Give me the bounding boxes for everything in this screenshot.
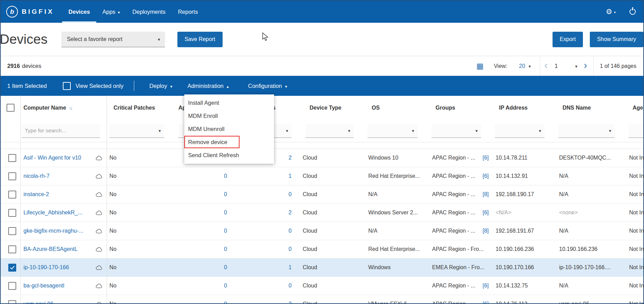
applicable-patches-link[interactable]: 0 — [224, 301, 227, 304]
deployments-link[interactable]: 0 — [289, 228, 292, 234]
settings-menu-button[interactable] — [606, 8, 616, 16]
save-report-button[interactable]: Save Report — [177, 32, 223, 47]
table-row[interactable]: gke-bigfix-mcm-raghu-...No00CloudN/AAPAC… — [1, 222, 643, 240]
sort-icon[interactable] — [69, 105, 72, 111]
computer-name-link[interactable]: gke-bigfix-mcm-raghu-... — [23, 228, 83, 234]
applicable-patches-link[interactable]: 0 — [224, 210, 227, 216]
deployments-link[interactable]: 2 — [289, 301, 292, 304]
nav-tab-deployments[interactable]: Deployments — [126, 1, 172, 23]
nav-tab-reports[interactable]: Reports — [172, 1, 204, 23]
deploy-menu-button[interactable]: Deploy — [149, 83, 172, 89]
table-row[interactable]: ip-10-190-170-166No01CloudWindowsEMEA Re… — [1, 259, 643, 277]
logout-button[interactable] — [630, 9, 636, 15]
computer-name-link[interactable]: nicola-rh-7 — [23, 173, 50, 179]
computer-name-link[interactable]: ip-10-190-170-166 — [23, 264, 69, 271]
row-checkbox[interactable] — [8, 209, 16, 217]
group-count-link[interactable]: [6] — [482, 155, 489, 161]
deployments-link[interactable]: 0 — [289, 191, 292, 197]
agent-status-filter[interactable] — [628, 124, 644, 138]
deployments-link[interactable]: 2 — [289, 155, 292, 161]
view-selected-only-checkbox[interactable] — [63, 82, 71, 90]
menu-item-mdm-unenroll[interactable]: MDM Unenroll — [184, 122, 274, 135]
table-row[interactable]: vem-esxi-06No02CloudVMware ESXi 6...APAC… — [1, 295, 643, 304]
menu-item-install-agent[interactable]: Install Agent — [184, 96, 274, 109]
deployments-link[interactable]: 2 — [289, 210, 292, 216]
menu-item-remove-device[interactable]: Remove device — [184, 136, 240, 148]
row-checkbox[interactable] — [8, 172, 16, 180]
deployments-link[interactable]: 0 — [289, 246, 292, 252]
table-row[interactable]: ba-gcl-besagentlNo00CloudAPAC Region - .… — [1, 277, 643, 295]
bigfix-logo[interactable]: BIGFIX — [1, 1, 54, 23]
column-header-critical-patches[interactable]: Critical Patches — [107, 105, 175, 111]
row-checkbox[interactable] — [8, 154, 16, 162]
column-header-computer-name[interactable]: Computer Name — [20, 105, 107, 111]
administration-menu-button[interactable]: Administration — [187, 83, 229, 89]
select-all-checkbox[interactable] — [7, 104, 14, 112]
deployments-link[interactable]: 0 — [289, 283, 292, 289]
applicable-patches-cell: 0 — [175, 191, 234, 197]
row-checkbox[interactable] — [8, 191, 16, 199]
row-checkbox[interactable] — [8, 300, 16, 304]
applicable-patches-link[interactable]: 0 — [224, 191, 227, 197]
row-checkbox[interactable] — [8, 264, 16, 272]
applicable-patches-link[interactable]: 0 — [224, 264, 227, 271]
computer-name-link[interactable]: BA-Azure-BESAgentL — [23, 246, 78, 252]
column-header-groups[interactable]: Groups — [429, 105, 492, 111]
computer-name-link[interactable]: instance-2 — [23, 191, 49, 197]
group-name: APAC Region - ... — [432, 173, 475, 179]
device-type-filter[interactable] — [305, 124, 354, 138]
critical-patches-filter[interactable] — [109, 124, 164, 138]
deployments-link[interactable]: 1 — [289, 173, 292, 179]
page-size-select[interactable]: 20 — [519, 63, 531, 69]
ip-address-cell: 10.14.78.211 — [492, 155, 556, 161]
computer-name-link[interactable]: vem-esxi-06 — [23, 301, 53, 304]
current-page-select[interactable]: 1 — [555, 63, 577, 69]
previous-page-button[interactable] — [544, 60, 548, 70]
column-header-ip-address[interactable]: IP Address — [492, 105, 556, 111]
table-row[interactable]: instance-2No00CloudN/AAPAC Region - ...[… — [1, 185, 643, 204]
computer-name-link[interactable]: Asif - Win Agent for v10 — [23, 155, 81, 161]
search-input[interactable] — [21, 124, 100, 138]
dns-name-filter[interactable] — [558, 124, 615, 138]
table-row[interactable]: nicola-rh-7No01CloudRed Hat Enterprise..… — [1, 167, 643, 185]
row-checkbox[interactable] — [8, 227, 16, 235]
applicable-patches-link[interactable]: 0 — [224, 246, 227, 252]
device-type-cell: Cloud — [303, 264, 365, 271]
groups-filter[interactable] — [431, 124, 481, 138]
applicable-patches-link[interactable]: 0 — [224, 283, 227, 289]
row-checkbox[interactable] — [8, 245, 16, 253]
group-count-link[interactable]: [6] — [482, 283, 489, 289]
applicable-patches-link[interactable]: 0 — [224, 228, 227, 234]
next-page-button[interactable] — [584, 60, 587, 70]
column-header-device-type[interactable]: Device Type — [303, 105, 365, 111]
grid-view-icon[interactable] — [476, 62, 484, 71]
menu-item-mdm-enroll[interactable]: MDM Enroll — [184, 109, 274, 122]
show-summary-button[interactable]: Show Summary — [590, 32, 643, 47]
column-header-agent-status[interactable]: Agent Status — [626, 105, 644, 111]
group-count-link[interactable]: [6] — [482, 173, 489, 179]
applicable-patches-link[interactable]: 0 — [224, 173, 227, 179]
computer-name-link[interactable]: ba-gcl-besagentl — [23, 283, 64, 289]
row-checkbox[interactable] — [8, 282, 16, 290]
table-row[interactable]: BA-Azure-BESAgentLNo00CloudRed Hat Enter… — [1, 240, 643, 259]
ip-address-filter[interactable] — [495, 124, 545, 138]
export-button[interactable]: Export — [553, 32, 583, 47]
group-count-link[interactable]: [8] — [482, 228, 489, 234]
column-header-os[interactable]: OS — [365, 105, 429, 111]
favorite-report-select[interactable]: Select a favorite report — [61, 32, 165, 47]
menu-item-send-client-refresh[interactable]: Send Client Refresh — [184, 149, 274, 162]
column-header-dns-name[interactable]: DNS Name — [556, 105, 626, 111]
row-checkbox-cell — [1, 209, 20, 217]
nav-tab-label: Deployments — [132, 9, 165, 15]
group-count-link[interactable]: [8] — [482, 191, 489, 197]
table-row[interactable]: Asif - Win Agent for v10No2CloudWindows … — [1, 149, 643, 167]
nav-tab-apps[interactable]: Apps — [96, 1, 126, 23]
group-count-link[interactable]: [6] — [482, 210, 489, 216]
computer-name-link[interactable]: Lifecycle_AbhishekR_... — [23, 210, 82, 216]
os-filter[interactable] — [368, 124, 418, 138]
nav-tab-devices[interactable]: Devices — [62, 1, 96, 23]
deployments-link[interactable]: 1 — [289, 264, 292, 271]
group-count-link[interactable]: [6] — [482, 301, 489, 304]
configuration-menu-button[interactable]: Configuration — [248, 83, 287, 89]
table-row[interactable]: Lifecycle_AbhishekR_...No02CloudWindows … — [1, 204, 643, 222]
